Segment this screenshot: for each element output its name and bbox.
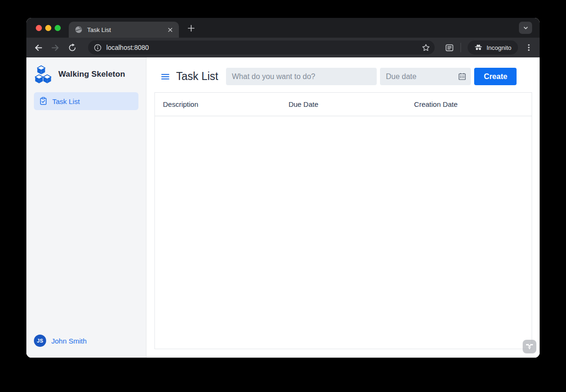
grid-header-row: Description Due Date Creation Date	[155, 93, 532, 116]
app-name: Walking Skeleton	[58, 70, 125, 79]
browser-tab[interactable]: Task List	[69, 22, 179, 38]
browser-toolbar: localhost:8080	[26, 38, 540, 57]
grid-column-description[interactable]: Description	[155, 100, 281, 108]
incognito-label: Incognito	[486, 44, 511, 51]
site-info-icon[interactable]	[94, 44, 102, 52]
clipboard-check-icon	[39, 97, 48, 105]
address-bar[interactable]: localhost:8080	[88, 40, 435, 55]
user-name: John Smith	[51, 337, 87, 345]
create-button[interactable]: Create	[474, 68, 517, 85]
fullscreen-window-button[interactable]	[55, 25, 61, 31]
traffic-lights	[36, 25, 61, 31]
drawer-toggle-hamburger-icon[interactable]	[161, 72, 170, 81]
grid-body-empty	[155, 116, 532, 349]
tab-close-icon[interactable]	[166, 25, 174, 34]
page-content: Walking Skeleton Task List JS	[26, 57, 540, 358]
page-title: Task List	[176, 70, 218, 83]
close-window-button[interactable]	[36, 25, 42, 31]
grid-column-creation-date[interactable]: Creation Date	[406, 100, 532, 108]
due-date-picker	[380, 68, 471, 85]
sidebar-item-label: Task List	[52, 97, 80, 105]
task-grid: Description Due Date Creation Date	[154, 92, 532, 349]
browser-window: Task List	[26, 18, 540, 358]
main-area: Task List	[146, 57, 540, 358]
vaadin-dev-tools-button[interactable]	[523, 340, 536, 353]
user-menu[interactable]: JS John Smith	[26, 335, 146, 358]
sidebar-spacer	[26, 110, 146, 335]
browser-menu-icon[interactable]	[525, 43, 533, 52]
toolbar-divider	[461, 43, 461, 52]
incognito-badge[interactable]: Incognito	[468, 40, 518, 55]
tab-search-chevron-button[interactable]	[519, 22, 532, 34]
tab-title: Task List	[87, 26, 166, 33]
app-sidebar: Walking Skeleton Task List JS	[26, 57, 146, 358]
side-panel-icon[interactable]	[445, 43, 454, 52]
tab-strip: Task List	[26, 18, 540, 38]
back-button[interactable]	[33, 42, 44, 53]
new-tab-button[interactable]	[186, 23, 197, 34]
app-header: Walking Skeleton	[26, 57, 146, 84]
globe-favicon-icon	[75, 26, 82, 33]
reload-button[interactable]	[66, 42, 78, 53]
screen-background: Task List	[0, 0, 566, 392]
url-text[interactable]: localhost:8080	[106, 44, 421, 51]
calendar-icon[interactable]	[458, 72, 466, 80]
sidebar-item-task-list[interactable]: Task List	[34, 92, 138, 110]
cubes-logo-icon	[34, 65, 53, 84]
user-avatar: JS	[34, 335, 46, 347]
forward-button[interactable]	[50, 42, 61, 53]
minimize-window-button[interactable]	[45, 25, 51, 31]
task-description-input[interactable]	[226, 68, 377, 85]
grid-column-due-date[interactable]: Due Date	[281, 100, 406, 108]
view-header: Task List	[161, 68, 532, 85]
due-date-input[interactable]	[380, 68, 471, 85]
incognito-icon	[474, 43, 483, 52]
bookmark-star-icon[interactable]	[421, 43, 430, 52]
